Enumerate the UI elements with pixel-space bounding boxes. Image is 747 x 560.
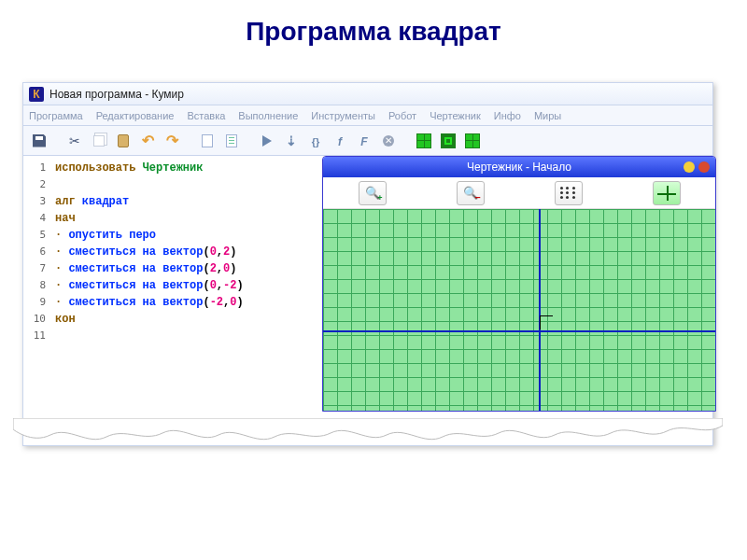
y-axis <box>539 209 541 411</box>
editor-area: 1 2 3 4 5 6 7 8 9 10 11 использовать Чер… <box>23 156 712 445</box>
menu-worlds[interactable]: Миры <box>534 110 561 121</box>
drawer-panel: Чертежник - Начало + – <box>322 156 712 445</box>
menu-drawer[interactable]: Чертежник <box>430 110 481 121</box>
window-title: Новая программа - Кумир <box>49 88 184 101</box>
line-number: 8 <box>23 277 51 294</box>
func2-button[interactable] <box>354 131 374 151</box>
step-button[interactable] <box>281 131 302 151</box>
toolbar <box>23 126 712 156</box>
menubar: Программа Редактирование Вставка Выполне… <box>23 105 712 126</box>
line-number: 7 <box>23 260 51 277</box>
line-number: 9 <box>23 294 51 311</box>
undo-icon <box>142 132 154 149</box>
play-icon <box>262 135 272 147</box>
save-icon <box>33 134 46 147</box>
func-button[interactable] <box>330 131 350 151</box>
line-number: 5 <box>23 227 51 244</box>
line-number: 3 <box>23 193 51 210</box>
doc2-button[interactable] <box>221 131 242 151</box>
grid-icon <box>416 133 431 148</box>
function-cap-icon <box>360 133 367 149</box>
pen-cursor <box>540 315 553 329</box>
step-into-button[interactable] <box>305 131 326 151</box>
code-editor[interactable]: использовать Чертежник алг квадрат нач ·… <box>51 156 322 445</box>
zoom-in-button[interactable]: + <box>359 181 387 205</box>
plus-icon: + <box>377 193 382 203</box>
line-gutter: 1 2 3 4 5 6 7 8 9 10 11 <box>23 156 51 445</box>
line-number: 1 <box>23 160 51 176</box>
app-icon: К <box>29 87 44 102</box>
menu-run[interactable]: Выполнение <box>238 110 298 121</box>
braces-icon <box>312 133 320 149</box>
copy-button[interactable] <box>89 131 109 151</box>
run-button[interactable] <box>257 131 277 151</box>
paste-button[interactable] <box>113 131 134 151</box>
menu-info[interactable]: Инфо <box>494 110 521 121</box>
close-icon[interactable] <box>698 161 710 173</box>
grid-toggle-button[interactable] <box>555 181 583 205</box>
menu-insert[interactable]: Вставка <box>187 110 225 121</box>
minimize-icon[interactable] <box>684 161 695 173</box>
paste-icon <box>118 134 129 147</box>
world-grid2-button[interactable] <box>462 131 483 151</box>
drawer-title-text: Чертежник - Начало <box>467 161 571 174</box>
menu-tools[interactable]: Инструменты <box>311 110 375 121</box>
step-icon <box>286 133 297 149</box>
ide-window: К Новая программа - Кумир Программа Реда… <box>22 82 713 446</box>
redo-button[interactable] <box>162 131 182 151</box>
world-square-button[interactable] <box>438 131 458 151</box>
grid2-icon <box>465 133 480 148</box>
zoom-out-button[interactable]: – <box>457 181 485 205</box>
cut-button[interactable] <box>64 131 85 151</box>
drawer-window: Чертежник - Начало + – <box>322 156 716 412</box>
menu-robot[interactable]: Робот <box>388 110 416 121</box>
world-grid-button[interactable] <box>414 131 434 151</box>
document-lines-icon <box>226 134 237 147</box>
line-number: 10 <box>23 311 51 328</box>
axes-toggle-button[interactable] <box>653 181 681 205</box>
canvas-grid <box>323 209 715 411</box>
minus-icon: – <box>474 191 480 203</box>
titlebar: К Новая программа - Кумир <box>23 83 712 105</box>
scissors-icon <box>69 133 80 149</box>
menu-edit[interactable]: Редактирование <box>96 110 175 121</box>
copy-icon <box>93 135 105 147</box>
function-icon <box>338 133 342 149</box>
line-number: 2 <box>23 176 51 193</box>
document-icon <box>202 134 213 147</box>
drawer-toolbar: + – <box>323 177 715 209</box>
square-icon <box>441 133 456 148</box>
slide-title: Программа квадрат <box>0 17 747 47</box>
line-number: 6 <box>23 244 51 260</box>
drawer-canvas[interactable] <box>323 209 715 411</box>
stop-icon <box>383 135 394 147</box>
redo-icon <box>166 132 178 149</box>
line-number: 4 <box>23 210 51 227</box>
doc1-button[interactable] <box>197 131 218 151</box>
save-button[interactable] <box>29 131 49 151</box>
x-axis <box>323 330 715 332</box>
line-number: 11 <box>23 328 51 344</box>
undo-button[interactable] <box>137 131 158 151</box>
menu-program[interactable]: Программа <box>29 110 83 121</box>
drawer-titlebar: Чертежник - Начало <box>323 157 715 177</box>
stop-button[interactable] <box>378 131 399 151</box>
